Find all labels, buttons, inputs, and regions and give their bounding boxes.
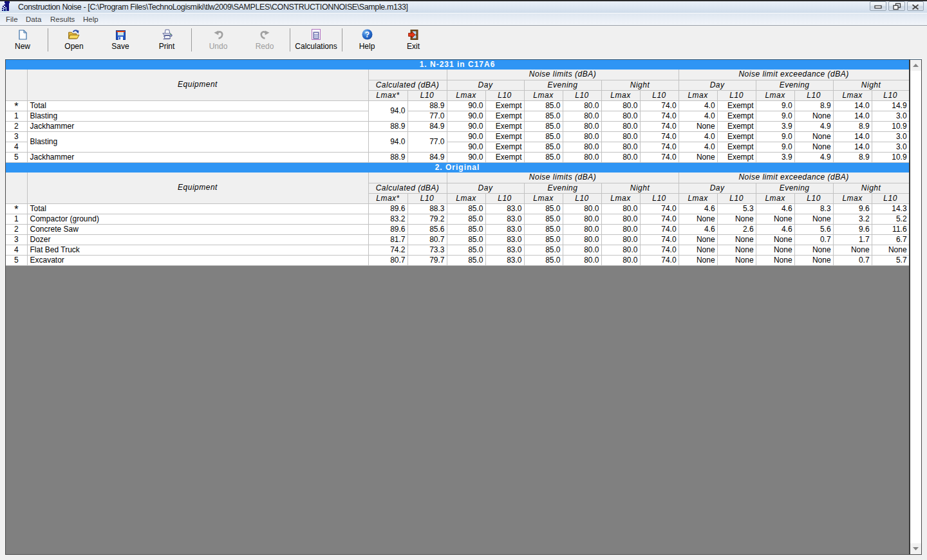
- svg-text:?: ?: [364, 30, 369, 39]
